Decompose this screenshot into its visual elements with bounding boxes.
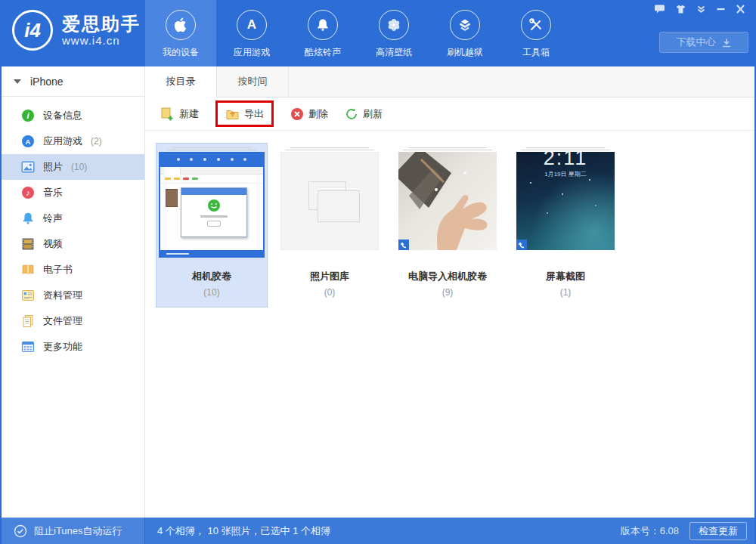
file-management-icon xyxy=(21,314,35,328)
sidebar-item-videos[interactable]: 视频 xyxy=(2,231,144,257)
sidebar-item-label: 照片 xyxy=(43,160,63,174)
sidebar-item-photos[interactable]: 照片 (10) xyxy=(2,154,144,180)
mini-ok-button xyxy=(207,221,221,227)
album-photo-library[interactable]: 照片图库 (0) xyxy=(274,143,386,308)
download-center-label: 下载中心 xyxy=(677,36,716,49)
bell-icon xyxy=(308,10,338,40)
album-count: (0) xyxy=(324,287,336,298)
sidebar-item-label: 资料管理 xyxy=(43,289,82,302)
sidebar-item-file-management[interactable]: 文件管理 xyxy=(2,308,144,334)
album-count: (10) xyxy=(203,287,219,298)
sidebar-item-device-info[interactable]: i 设备信息 xyxy=(2,103,144,128)
mini-dialog-titlebar xyxy=(181,188,246,195)
album-thumbnail-app-screenshot[interactable] xyxy=(159,152,265,258)
ringtone-bell-icon xyxy=(21,212,35,225)
window-controls xyxy=(654,4,745,14)
nav-apps-games[interactable]: A 应用游戏 xyxy=(216,0,287,66)
delete-icon xyxy=(290,107,304,121)
nav-label: 酷炫铃声 xyxy=(305,46,341,59)
album-name: 相机胶卷 xyxy=(192,270,231,283)
selection-summary: 4 个相簿， 10 张照片，已选中 1 个相簿 xyxy=(157,524,330,538)
main-nav: 我的设备 A 应用游戏 酷炫铃声 xyxy=(145,0,572,66)
album-thumbnail-empty[interactable] xyxy=(280,152,379,250)
tab-by-time[interactable]: 按时间 xyxy=(217,66,289,97)
stack-line xyxy=(167,150,256,150)
apple-icon xyxy=(166,10,196,40)
status-right: 版本号：6.08 检查更新 xyxy=(621,522,754,540)
album-screenshots[interactable]: 2:11 1月19日 星期二 屏幕截图 (1) xyxy=(510,143,621,308)
svg-text:♪: ♪ xyxy=(26,188,30,197)
sidebar-item-ringtones[interactable]: 铃声 xyxy=(2,206,144,231)
refresh-button[interactable]: 刷新 xyxy=(345,107,383,121)
close-icon[interactable] xyxy=(736,5,745,14)
app-title: 爱思助手 xyxy=(62,14,141,34)
nav-toolbox[interactable]: 工具箱 xyxy=(500,0,572,66)
mini-photo xyxy=(166,189,178,207)
content-area: 按目录 按时间 新建 导 xyxy=(145,66,754,518)
sidebar-item-count: (2) xyxy=(91,136,102,147)
tab-by-directory[interactable]: 按目录 xyxy=(145,66,217,97)
album-thumbnail-lockscreen[interactable]: 2:11 1月19日 星期二 xyxy=(516,152,615,250)
export-label: 导出 xyxy=(244,107,264,121)
mini-text-line xyxy=(200,215,228,218)
itunes-block-label: 阻止iTunes自动运行 xyxy=(34,524,122,538)
device-info-icon: i xyxy=(21,109,35,122)
more-features-icon xyxy=(21,340,35,354)
download-center-button[interactable]: 下载中心 xyxy=(659,32,748,53)
album-pc-imported[interactable]: 电脑导入相机胶卷 (9) xyxy=(392,143,503,308)
stack-line xyxy=(526,147,605,148)
nav-ringtones[interactable]: 酷炫铃声 xyxy=(287,0,358,66)
stack-line xyxy=(408,147,487,148)
collapse-menu-icon[interactable] xyxy=(696,5,706,14)
app-body: iPhone i 设备信息 A 应用游戏 (2) xyxy=(2,66,754,518)
nav-my-device[interactable]: 我的设备 xyxy=(145,0,216,66)
theme-skin-icon[interactable] xyxy=(675,5,686,14)
sidebar: iPhone i 设备信息 A 应用游戏 (2) xyxy=(2,66,145,518)
itunes-block-toggle[interactable]: 阻止iTunes自动运行 xyxy=(2,518,145,544)
version-label: 版本号：6.08 xyxy=(621,524,679,538)
stack-line xyxy=(521,150,610,150)
album-camera-roll[interactable]: 相机胶卷 (10) xyxy=(156,143,268,308)
nav-label: 工具箱 xyxy=(522,46,550,59)
empty-photo-outline xyxy=(318,190,360,222)
sidebar-item-music[interactable]: ♪ 音乐 xyxy=(2,180,144,206)
mini-toolbar xyxy=(160,175,263,184)
minimize-icon[interactable] xyxy=(716,5,726,14)
nav-label: 刷机越狱 xyxy=(447,46,483,59)
delete-button[interactable]: 删除 xyxy=(290,107,328,121)
i4-logo-icon: i4 xyxy=(12,10,53,51)
album-count: (1) xyxy=(560,287,572,298)
sidebar-item-data-management[interactable]: 资料管理 xyxy=(2,283,144,308)
status-bar: 阻止iTunes自动运行 4 个相簿， 10 张照片，已选中 1 个相簿 版本号… xyxy=(2,518,754,544)
music-icon: ♪ xyxy=(21,186,35,199)
app-header: i4 爱思助手 www.i4.cn 我的设备 A 应用游 xyxy=(2,0,754,66)
album-thumbnail-snow-hand[interactable] xyxy=(398,152,497,250)
new-album-button[interactable]: 新建 xyxy=(160,107,199,121)
export-button[interactable]: 导出 xyxy=(225,107,264,121)
nav-label: 我的设备 xyxy=(163,46,199,59)
new-album-label: 新建 xyxy=(179,107,199,121)
appstore-icon: A xyxy=(237,10,267,40)
nav-wallpapers[interactable]: 高清壁纸 xyxy=(358,0,429,66)
nav-label: 应用游戏 xyxy=(234,46,270,59)
download-icon xyxy=(721,38,732,48)
sidebar-item-apps-games[interactable]: A 应用游戏 (2) xyxy=(2,128,144,154)
lockscreen-date: 1月19日 星期二 xyxy=(516,170,615,178)
nav-flash-jailbreak[interactable]: 刷机越狱 xyxy=(429,0,500,66)
sidebar-item-more-features[interactable]: 更多功能 xyxy=(2,334,144,360)
sidebar-list: i 设备信息 A 应用游戏 (2) xyxy=(2,97,144,360)
feedback-icon[interactable] xyxy=(654,4,665,14)
app-logo: i4 爱思助手 www.i4.cn xyxy=(12,10,141,51)
check-update-button[interactable]: 检查更新 xyxy=(689,522,747,540)
mini-dialog xyxy=(181,187,247,237)
mini-tabrow xyxy=(160,167,263,175)
device-selector[interactable]: iPhone xyxy=(2,66,144,97)
mini-footer xyxy=(160,250,263,258)
refresh-label: 刷新 xyxy=(363,107,383,121)
stack-line xyxy=(290,147,369,148)
new-album-icon xyxy=(160,107,175,121)
sidebar-item-label: 铃声 xyxy=(43,212,63,225)
sidebar-item-label: 电子书 xyxy=(43,263,73,277)
jailbreak-box-icon xyxy=(450,10,480,40)
sidebar-item-ebooks[interactable]: 电子书 xyxy=(2,257,144,283)
